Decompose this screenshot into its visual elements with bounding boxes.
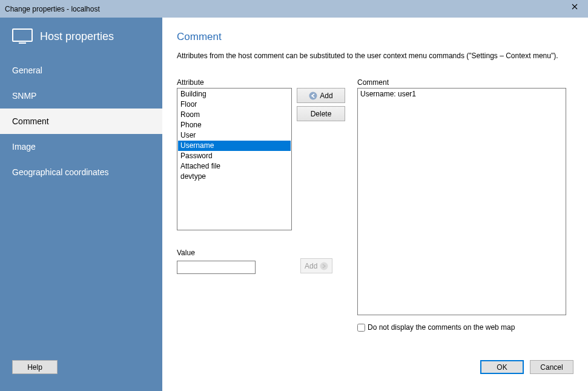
value-label: Value <box>177 249 292 257</box>
comment-label: Comment <box>357 78 573 87</box>
sidebar-nav: GeneralSNMPCommentImageGeographical coor… <box>0 58 162 185</box>
attribute-label: Attribute <box>177 78 292 87</box>
svg-rect-0 <box>13 29 32 41</box>
ok-button[interactable]: OK <box>480 360 524 374</box>
attribute-item[interactable]: Floor <box>178 99 291 110</box>
sidebar-item-general[interactable]: General <box>0 58 162 83</box>
attribute-item[interactable]: Building <box>178 89 291 99</box>
add-value-button[interactable]: Add <box>300 258 332 273</box>
sidebar-header: Host properties <box>0 28 162 58</box>
svg-point-3 <box>309 92 317 99</box>
add-button-label: Add <box>320 92 332 100</box>
help-button[interactable]: Help <box>12 360 58 374</box>
sidebar-item-geo[interactable]: Geographical coordinates <box>0 159 162 185</box>
attribute-item[interactable]: Phone <box>178 120 291 130</box>
attribute-item[interactable]: devtype <box>178 172 291 182</box>
arrow-left-icon <box>309 92 317 100</box>
sidebar-title: Host properties <box>40 30 114 43</box>
titlebar: Change properties - localhost <box>0 0 588 18</box>
page-title: Comment <box>177 31 573 43</box>
sidebar-item-snmp[interactable]: SNMP <box>0 83 162 109</box>
page-description: Attributes from the host comment can be … <box>177 52 573 60</box>
attribute-item[interactable]: Username <box>178 141 291 151</box>
svg-rect-1 <box>19 42 26 44</box>
hide-on-webmap-row[interactable]: Do not display the comments on the web m… <box>357 323 573 332</box>
monitor-icon <box>12 28 33 44</box>
close-button[interactable] <box>561 0 588 13</box>
hide-on-webmap-checkbox[interactable] <box>357 324 365 332</box>
sidebar-item-comment[interactable]: Comment <box>0 109 162 134</box>
comment-textarea[interactable] <box>357 88 566 315</box>
value-input[interactable] <box>177 261 256 274</box>
sidebar: Host properties GeneralSNMPCommentImageG… <box>0 18 162 391</box>
attribute-item[interactable]: Room <box>178 110 291 120</box>
close-icon <box>572 4 578 10</box>
arrow-right-icon <box>320 262 328 270</box>
delete-button[interactable]: Delete <box>297 106 345 121</box>
add-value-label: Add <box>305 262 317 270</box>
attribute-listbox[interactable]: BuildingFloorRoomPhoneUserUsernamePasswo… <box>177 88 292 230</box>
add-button[interactable]: Add <box>297 88 345 103</box>
svg-point-2 <box>320 262 328 270</box>
window-title: Change properties - localhost <box>5 5 100 13</box>
delete-button-label: Delete <box>311 110 332 118</box>
footer: OK Cancel <box>177 360 573 391</box>
main-panel: Comment Attributes from the host comment… <box>162 18 588 391</box>
attribute-item[interactable]: Password <box>178 151 291 161</box>
sidebar-item-image[interactable]: Image <box>0 134 162 159</box>
attribute-item[interactable]: Attached file <box>178 161 291 172</box>
hide-on-webmap-label: Do not display the comments on the web m… <box>368 323 515 332</box>
attribute-item[interactable]: User <box>178 130 291 141</box>
cancel-button[interactable]: Cancel <box>530 360 573 374</box>
